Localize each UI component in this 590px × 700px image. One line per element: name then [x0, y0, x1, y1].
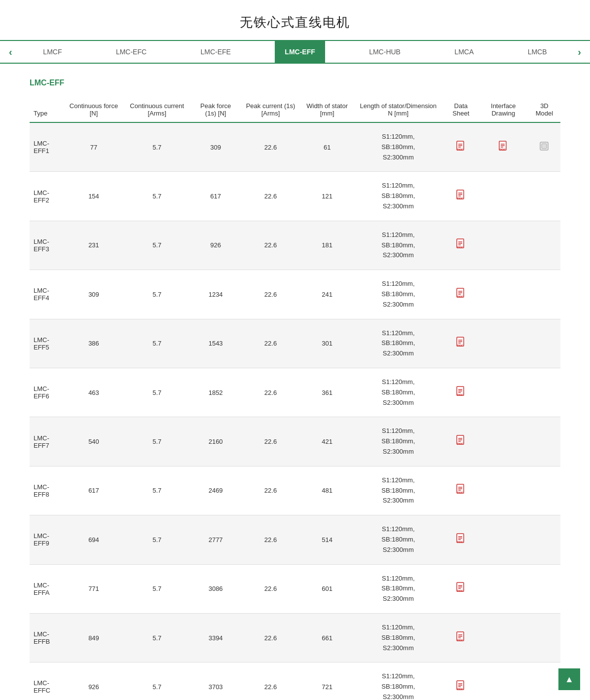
cell-peak-current: 22.6	[240, 319, 301, 368]
nav-tab-lmcf[interactable]: LMCF	[33, 41, 72, 63]
pdf-icon[interactable]: PDF	[456, 536, 465, 546]
svg-text:PDF: PDF	[457, 393, 463, 396]
cell-3d-model	[528, 368, 560, 417]
cell-3d-model	[528, 613, 560, 662]
cell-cont-current: 5.7	[123, 368, 191, 417]
col-header-model-3d: 3D Model	[528, 97, 560, 122]
cell-peak-current: 22.6	[240, 122, 301, 172]
col-header-width-stator: Width of stator [mm]	[301, 97, 353, 122]
nav-tab-lmc-efc[interactable]: LMC-EFC	[106, 41, 156, 63]
cell-peak-current: 22.6	[240, 613, 301, 662]
cell-cont-current: 5.7	[123, 613, 191, 662]
cell-length-stator: S1:120mm,SB:180mm,S2:300mm	[353, 515, 443, 564]
nav-tabs: LMCFLMC-EFCLMC-EFELMC-EFFLMC-HUBLMCALMCB	[16, 41, 574, 63]
pdf-icon[interactable]: PDF	[456, 683, 465, 693]
content-area: LMC-EFF TypeContinuous force [N]Continuo…	[0, 64, 590, 700]
cell-width-stator: 61	[301, 122, 353, 172]
scroll-top-area: ▲	[558, 668, 580, 690]
cell-length-stator: S1:120mm,SB:180mm,S2:300mm	[353, 662, 443, 700]
cell-length-stator: S1:120mm,SB:180mm,S2:300mm	[353, 270, 443, 319]
cell-3d-model	[528, 564, 560, 613]
svg-text:PDF: PDF	[457, 197, 463, 200]
cell-data-sheet: PDF	[443, 564, 479, 613]
cell-peak-force: 3394	[191, 613, 240, 662]
cell-peak-current: 22.6	[240, 515, 301, 564]
cell-data-sheet: PDF	[443, 662, 479, 700]
nav-tab-lmc-efe[interactable]: LMC-EFE	[191, 41, 241, 63]
cell-cont-force: 463	[65, 368, 122, 417]
scroll-top-button[interactable]: ▲	[558, 668, 580, 690]
table-row: LMC-EFF75405.7216022.6421S1:120mm,SB:180…	[30, 417, 560, 466]
nav-prev-arrow[interactable]: ‹	[5, 41, 16, 63]
nav-next-arrow[interactable]: ›	[574, 41, 585, 63]
pdf-icon[interactable]: PDF	[456, 340, 465, 350]
table-row: LMC-EFFA7715.7308622.6601S1:120mm,SB:180…	[30, 564, 560, 613]
cell-length-stator: S1:120mm,SB:180mm,S2:300mm	[353, 417, 443, 466]
pdf-icon[interactable]: PDF	[456, 634, 465, 644]
svg-text:PDF: PDF	[457, 688, 463, 691]
cell-interface-drawing	[479, 515, 528, 564]
pdf-icon[interactable]: PDF	[456, 291, 465, 301]
svg-text:PDF: PDF	[457, 295, 463, 298]
cell-data-sheet: PDF	[443, 466, 479, 515]
cell-interface-drawing	[479, 221, 528, 270]
cell-length-stator: S1:120mm,SB:180mm,S2:300mm	[353, 319, 443, 368]
cell-peak-force: 309	[191, 122, 240, 172]
page-title: 无铁心式直线电机	[0, 0, 590, 40]
cell-type: LMC-EFF9	[30, 515, 65, 564]
cell-peak-force: 1852	[191, 368, 240, 417]
nav-tab-lmc-hub[interactable]: LMC-HUB	[359, 41, 410, 63]
pdf-icon[interactable]: PDF	[456, 438, 465, 448]
cell-3d-model	[528, 172, 560, 221]
cell-3d-model	[528, 319, 560, 368]
pdf-icon[interactable]: PDF	[456, 193, 465, 202]
cell-width-stator: 481	[301, 466, 353, 515]
cell-type: LMC-EFFB	[30, 613, 65, 662]
nav-tab-lmc-eff[interactable]: LMC-EFF	[275, 41, 325, 63]
cell-cont-current: 5.7	[123, 417, 191, 466]
cell-peak-force: 926	[191, 221, 240, 270]
cell-cont-current: 5.7	[123, 662, 191, 700]
cell-width-stator: 514	[301, 515, 353, 564]
cell-cont-force: 771	[65, 564, 122, 613]
cell-interface-drawing	[479, 466, 528, 515]
pdf-icon[interactable]: PDF	[456, 389, 465, 399]
cell-3d-model	[528, 466, 560, 515]
cell-cont-current: 5.7	[123, 270, 191, 319]
pdf-icon[interactable]: PDF	[456, 144, 465, 154]
cell-peak-current: 22.6	[240, 417, 301, 466]
col-header-data-sheet: Data Sheet	[443, 97, 479, 122]
interface-pdf-icon[interactable]: PDF	[499, 144, 508, 154]
cell-peak-current: 22.6	[240, 662, 301, 700]
cell-length-stator: S1:120mm,SB:180mm,S2:300mm	[353, 368, 443, 417]
cell-type: LMC-EFF8	[30, 466, 65, 515]
cell-peak-current: 22.6	[240, 221, 301, 270]
table-row: LMC-EFF32315.792622.6181S1:120mm,SB:180m…	[30, 221, 560, 270]
cell-interface-drawing: PDF	[479, 122, 528, 172]
cell-cont-current: 5.7	[123, 466, 191, 515]
3d-model-icon[interactable]	[539, 144, 549, 153]
cell-cont-current: 5.7	[123, 122, 191, 172]
cell-peak-current: 22.6	[240, 172, 301, 221]
pdf-icon[interactable]: PDF	[456, 487, 465, 497]
cell-type: LMC-EFF7	[30, 417, 65, 466]
cell-data-sheet: PDF	[443, 368, 479, 417]
table-row: LMC-EFF21545.761722.6121S1:120mm,SB:180m…	[30, 172, 560, 221]
nav-tab-lmca[interactable]: LMCA	[444, 41, 483, 63]
cell-interface-drawing	[479, 613, 528, 662]
pdf-icon[interactable]: PDF	[456, 585, 465, 595]
col-header-type: Type	[30, 97, 65, 122]
svg-text:PDF: PDF	[457, 639, 463, 642]
cell-width-stator: 721	[301, 662, 353, 700]
cell-cont-current: 5.7	[123, 564, 191, 613]
svg-text:PDF: PDF	[457, 442, 463, 445]
table-row: LMC-EFF96945.7277722.6514S1:120mm,SB:180…	[30, 515, 560, 564]
table-row: LMC-EFF86175.7246922.6481S1:120mm,SB:180…	[30, 466, 560, 515]
cell-peak-force: 3086	[191, 564, 240, 613]
cell-type: LMC-EFFA	[30, 564, 65, 613]
nav-tab-lmcb[interactable]: LMCB	[518, 41, 557, 63]
cell-peak-current: 22.6	[240, 564, 301, 613]
pdf-icon[interactable]: PDF	[456, 241, 465, 251]
cell-interface-drawing	[479, 172, 528, 221]
cell-interface-drawing	[479, 368, 528, 417]
